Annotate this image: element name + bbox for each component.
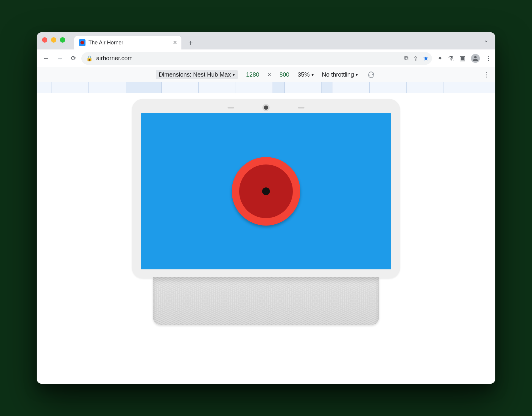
forward-button[interactable]: → [54,52,66,64]
device-mic-icon [298,107,304,108]
address-bar[interactable]: 🔒 airhorner.com ⧉ ⇪ ★ [81,52,432,65]
side-panel-icon[interactable]: ▣ [459,55,466,62]
throttling-label: No throttling [322,71,354,78]
device-sensor-bar [141,105,391,110]
bookmark-star-icon[interactable]: ★ [423,55,429,62]
labs-icon[interactable]: ⚗ [448,55,454,62]
close-window-button[interactable] [42,37,47,43]
reload-button[interactable]: ⟳ [68,52,80,64]
page-viewport [37,93,495,384]
minimize-window-button[interactable] [51,37,56,43]
device-camera-icon [264,105,268,110]
rotate-icon [367,71,375,79]
tab-title: The Air Horner [88,40,170,46]
device-toolbar: Dimensions: Nest Hub Max ▾ 1280 × 800 35… [37,67,495,82]
tab-strip: The Air Horner ✕ + ⌄ [37,32,495,49]
share-icon[interactable]: ⇪ [413,55,418,62]
airhorn-button[interactable] [232,157,300,226]
browser-tab[interactable]: The Air Horner ✕ [74,36,181,49]
extensions-icon[interactable]: ✦ [437,55,443,62]
zoom-level-label: 35% [298,71,310,78]
throttling-selector[interactable]: No throttling ▾ [322,71,358,78]
browser-window: The Air Horner ✕ + ⌄ ← → ⟳ 🔒 airhorner.c… [37,32,495,384]
toolbar-right: ✦ ⚗ ▣ ⋮ [437,54,492,63]
window-controls [42,37,65,43]
airhorn-center-hole [262,187,270,195]
viewport-width-input[interactable]: 1280 [246,71,259,78]
browser-toolbar: ← → ⟳ 🔒 airhorner.com ⧉ ⇪ ★ ✦ ⚗ ▣ ⋮ [37,49,495,67]
new-tab-button[interactable]: + [185,37,196,48]
caret-down-icon: ▾ [312,72,314,77]
caret-down-icon: ▾ [356,72,358,77]
device-frame-nest-hub-max [132,99,400,325]
rotate-device-button[interactable] [366,70,376,80]
caret-down-icon: ▾ [233,72,235,77]
dimension-separator: × [267,71,271,78]
person-icon [472,55,478,61]
lock-icon[interactable]: 🔒 [86,55,93,62]
device-speaker-base [153,277,379,325]
install-app-icon[interactable]: ⧉ [404,55,408,62]
device-selector[interactable]: Dimensions: Nest Hub Max ▾ [156,70,238,79]
device-selector-label: Dimensions: Nest Hub Max [159,71,231,78]
tabs-dropdown-button[interactable]: ⌄ [480,35,492,45]
breakpoint-ruler [37,82,495,93]
app-screen[interactable] [141,113,391,269]
device-bezel [132,99,400,278]
device-toolbar-menu-button[interactable]: ⋮ [483,71,490,79]
profile-avatar-button[interactable] [471,54,480,63]
chrome-menu-button[interactable]: ⋮ [485,55,492,62]
airhorn-inner-circle [239,164,293,218]
viewport-height-input[interactable]: 800 [279,71,289,78]
device-mic-icon [228,107,234,108]
url-text: airhorner.com [96,55,401,62]
omnibox-actions: ⧉ ⇪ ★ [404,55,429,62]
zoom-selector[interactable]: 35% ▾ [298,71,314,78]
close-tab-button[interactable]: ✕ [173,39,177,46]
back-button[interactable]: ← [40,52,52,64]
maximize-window-button[interactable] [60,37,65,43]
favicon-icon [79,39,85,46]
